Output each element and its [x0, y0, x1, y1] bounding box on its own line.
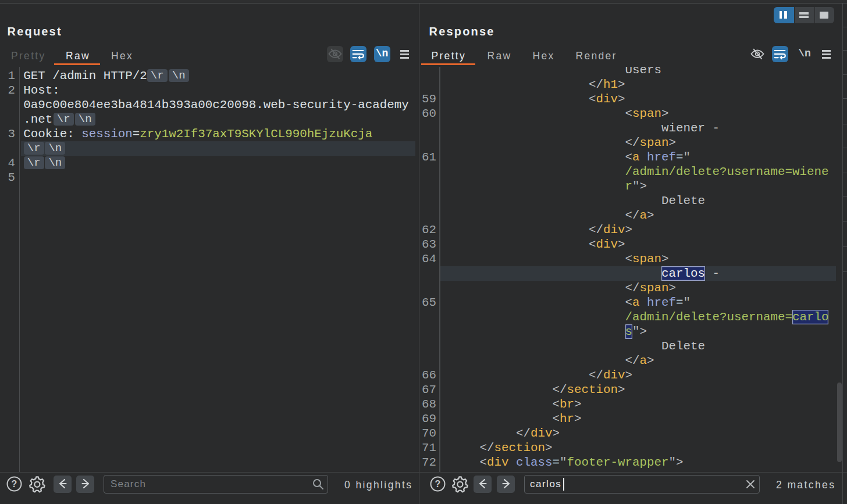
svg-text:?: ? [12, 479, 17, 489]
svg-text:?: ? [435, 479, 440, 489]
